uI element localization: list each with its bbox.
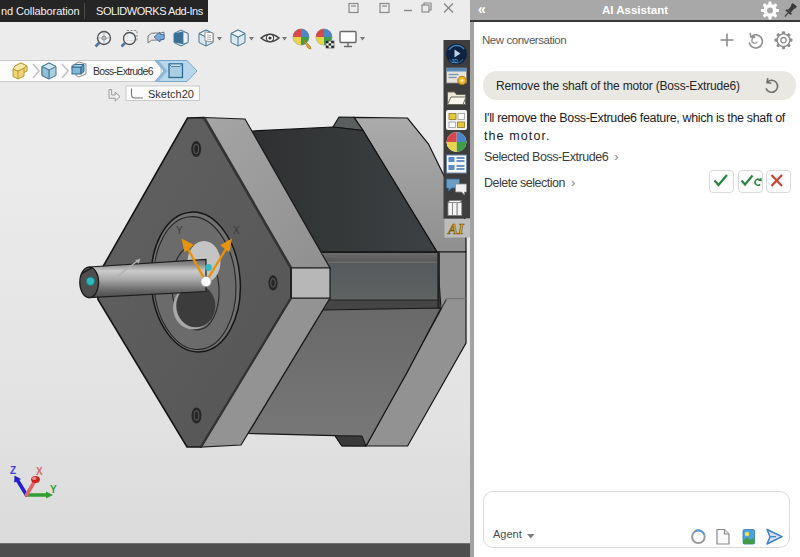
svg-text:Boss-Extrude6: Boss-Extrude6 xyxy=(93,65,154,77)
svg-text:Y: Y xyxy=(176,225,183,236)
svg-text:X: X xyxy=(233,225,240,236)
svg-text:Z: Z xyxy=(10,465,16,476)
svg-text:X: X xyxy=(36,466,43,477)
svg-text:Y: Y xyxy=(50,484,57,495)
svg-text:AI: AI xyxy=(447,221,465,237)
svg-text:3D: 3D xyxy=(452,58,459,64)
svg-text:Sketch20: Sketch20 xyxy=(148,88,194,100)
